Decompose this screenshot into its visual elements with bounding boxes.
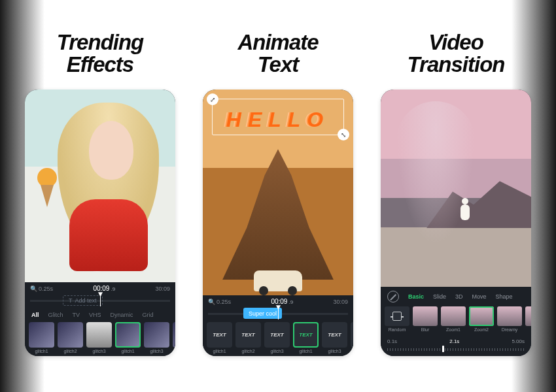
- time-readout: 🔍 0.25s 00:09 .9 30:09: [203, 295, 353, 305]
- title-line-1: Video: [428, 30, 483, 54]
- preview-person: [458, 198, 472, 224]
- text-overlay[interactable]: HELLO: [226, 108, 330, 132]
- current-frame: .9: [288, 299, 293, 305]
- transition-category-tabs: Basic Slide 3D Move Shape: [381, 287, 531, 306]
- panel-trending-effects: Trending Effects 🔍 0.25s 00:09 .9: [22, 0, 178, 392]
- resize-handle-tl[interactable]: ⤢: [207, 93, 218, 105]
- text-style-thumbnails: TEXTglitch1 TEXTglitch2 TEXTglitch3 TEXT…: [203, 322, 353, 356]
- preview-rock: [222, 149, 334, 280]
- phone-mock-effects: 🔍 0.25s 00:09 .9 30:09 T Add text: [25, 90, 175, 356]
- tab-dynamic[interactable]: Dynamic: [111, 312, 133, 318]
- time-readout: 🔍 0.25s 00:09 .9 30:09: [25, 282, 175, 292]
- transition-thumb[interactable]: Dreamy: [497, 306, 522, 332]
- phone-mock-text: ⤢ ⤡ HELLO 🔍 0.25s 00:09 .9 30:09: [203, 90, 353, 356]
- transition-thumb[interactable]: Blur: [413, 306, 438, 332]
- panel-title: Trending Effects: [57, 31, 144, 75]
- playhead[interactable]: [278, 306, 279, 319]
- video-preview[interactable]: [25, 90, 175, 282]
- duration-slider[interactable]: 0.1s 2.1s 5.00s: [381, 335, 531, 356]
- add-text-button[interactable]: T Add text: [63, 295, 103, 306]
- text-style-thumb[interactable]: TEXTglitch1: [207, 322, 232, 353]
- effect-thumb[interactable]: glitch1: [29, 322, 54, 353]
- no-transition-icon[interactable]: [387, 291, 399, 302]
- playhead[interactable]: [100, 293, 101, 306]
- total-duration: 30:09: [333, 299, 348, 305]
- effect-thumb[interactable]: glitch5: [173, 322, 175, 353]
- tab-shape[interactable]: Shape: [496, 293, 513, 300]
- resize-handle-br[interactable]: ⤡: [338, 129, 349, 140]
- timeline[interactable]: T Add text: [25, 293, 175, 306]
- title-line-2: Effects: [67, 52, 133, 76]
- text-cursor-icon: T: [69, 297, 73, 304]
- total-duration: 30:09: [155, 286, 170, 292]
- panel-title: Video Transition: [408, 31, 505, 75]
- tab-all[interactable]: All: [31, 312, 39, 318]
- ice-cream-icon: [34, 168, 60, 207]
- shuffle-icon: [392, 312, 402, 321]
- text-style-thumb-selected[interactable]: TEXTglitch1: [293, 322, 319, 353]
- timeline-zoom[interactable]: 🔍 0.25s: [208, 299, 231, 305]
- panel-title: Animate Text: [237, 31, 318, 75]
- text-style-thumb[interactable]: TEXTglitch2: [235, 322, 261, 353]
- title-line-1: Animate: [237, 30, 318, 54]
- video-preview[interactable]: [381, 90, 531, 287]
- tab-glitch[interactable]: Glitch: [48, 312, 63, 318]
- phone-mock-transition: Basic Slide 3D Move Shape Random Blur Zo…: [381, 90, 531, 356]
- video-preview[interactable]: ⤢ ⤡ HELLO: [203, 90, 353, 295]
- text-clip-chip[interactable]: Super cool: [243, 308, 282, 319]
- slider-min: 0.1s: [387, 338, 397, 344]
- transition-thumb[interactable]: Glitch: [525, 306, 531, 332]
- transition-thumb-random[interactable]: Random: [385, 306, 409, 332]
- text-editor: 🔍 0.25s 00:09 .9 30:09 Super cool TEXTgl…: [203, 295, 353, 356]
- effect-thumb-selected[interactable]: glitch1: [115, 322, 141, 353]
- tab-tv[interactable]: TV: [73, 312, 80, 318]
- panel-animate-text: Animate Text ⤢ ⤡ HELLO 🔍 0.25s: [200, 0, 356, 392]
- title-line-1: Trending: [57, 30, 144, 54]
- current-frame: .9: [111, 286, 115, 292]
- effects-editor: 🔍 0.25s 00:09 .9 30:09 T Add text: [25, 282, 175, 356]
- transition-thumb-selected[interactable]: Zoom2: [469, 306, 494, 332]
- text-style-thumb[interactable]: TEXTglitch3: [322, 322, 347, 353]
- slider-knob[interactable]: [442, 346, 444, 352]
- transition-thumbnails: Random Blur Zoom1 Zoom2 Dreamy Glitch: [381, 306, 531, 335]
- magnifier-icon: 🔍: [208, 299, 215, 305]
- transition-thumb[interactable]: Zoom1: [441, 306, 466, 332]
- effect-thumbnails: glitch1 glitch2 glitch3 glitch1 glitch3 …: [25, 322, 175, 356]
- text-style-thumb[interactable]: TEXTglitch3: [264, 322, 290, 353]
- effect-thumb[interactable]: glitch2: [58, 322, 83, 353]
- tab-basic[interactable]: Basic: [408, 293, 424, 300]
- slider-ticks: [387, 348, 525, 351]
- tab-vhs[interactable]: VHS: [89, 312, 101, 318]
- feature-panels: Trending Effects 🔍 0.25s 00:09 .9: [0, 0, 556, 392]
- title-line-2: Transition: [408, 52, 505, 76]
- timeline[interactable]: Super cool: [203, 306, 353, 319]
- magnifier-icon: 🔍: [30, 286, 37, 292]
- preview-subject-body: [69, 199, 148, 271]
- effect-category-tabs: All Glitch TV VHS Dynamic Grid: [25, 309, 175, 322]
- tab-3d[interactable]: 3D: [455, 293, 463, 300]
- timeline-zoom[interactable]: 🔍 0.25s: [30, 286, 53, 292]
- slider-max: 5.00s: [512, 338, 525, 344]
- slider-value: 2.1s: [449, 338, 459, 344]
- preview-van: [254, 270, 302, 291]
- transition-editor: Basic Slide 3D Move Shape Random Blur Zo…: [381, 287, 531, 356]
- add-text-label: Add text: [75, 297, 97, 304]
- tab-move[interactable]: Move: [472, 293, 487, 300]
- current-time: 00:09: [271, 298, 287, 305]
- text-style-thumb[interactable]: TEXTglitch5: [351, 322, 353, 353]
- current-time: 00:09: [93, 285, 109, 292]
- effect-thumb[interactable]: glitch3: [144, 322, 169, 353]
- tab-slide[interactable]: Slide: [433, 293, 446, 300]
- title-line-2: Text: [258, 52, 299, 76]
- panel-video-transition: Video Transition Basic Slide 3D Move Sha…: [378, 0, 534, 392]
- effect-thumb[interactable]: glitch3: [86, 322, 112, 353]
- tab-grid[interactable]: Grid: [143, 312, 154, 318]
